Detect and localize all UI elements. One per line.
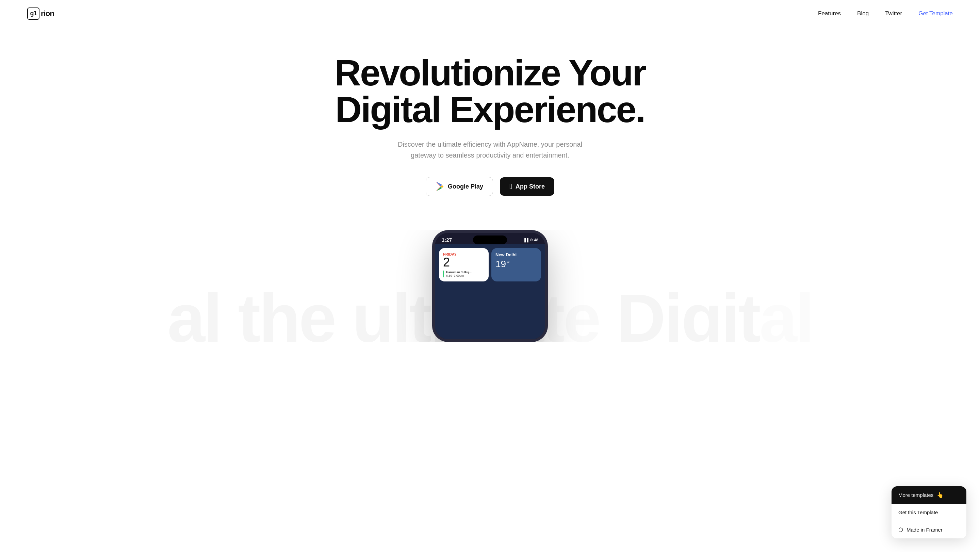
get-this-template-button[interactable]: Get this Template — [891, 504, 966, 521]
floating-panel: More templates 👆 Get this Template ⬡ Mad… — [891, 486, 966, 538]
weather-temp: 19° — [495, 259, 537, 270]
calendar-date: 2 — [443, 256, 485, 269]
more-templates-button[interactable]: More templates 👆 — [891, 486, 966, 504]
google-play-label: Google Play — [448, 183, 483, 190]
weather-city: New Delhi — [495, 252, 537, 257]
google-play-icon — [436, 182, 444, 191]
phone-screen: FRIDAY 2 Hanuman Ji Puj... 6:30–7:00pm N… — [435, 244, 545, 339]
phone-notch — [473, 235, 507, 244]
logo[interactable]: g1 rion — [27, 8, 54, 20]
made-in-framer-button[interactable]: ⬡ Made in Framer — [891, 521, 966, 538]
nav-link-twitter[interactable]: Twitter — [885, 10, 902, 17]
made-in-framer-label: Made in Framer — [907, 527, 943, 533]
phone-status-bar: 1:27 ▐▐ ⊙ 48 — [435, 233, 545, 244]
logo-text: rion — [41, 9, 54, 18]
hero-title: Revolutionize Your Digital Experience. — [334, 54, 646, 128]
cta-buttons: Google Play  App Store — [426, 177, 554, 196]
hero-subtitle: Discover the ultimate efficiency with Ap… — [395, 139, 585, 161]
widget-row-1: FRIDAY 2 Hanuman Ji Puj... 6:30–7:00pm N… — [439, 248, 541, 282]
nav-link-features[interactable]: Features — [818, 10, 841, 17]
more-templates-label: More templates — [898, 492, 933, 498]
framer-icon: ⬡ — [898, 527, 903, 533]
nav-cta-button[interactable]: Get Template — [918, 10, 953, 17]
get-this-template-label: Get this Template — [898, 509, 938, 515]
phone-mockup: 1:27 ▐▐ ⊙ 48 FRIDAY 2 Hanuman Ji Puj... … — [432, 230, 548, 342]
more-templates-emoji: 👆 — [937, 492, 943, 498]
app-store-button[interactable]:  App Store — [500, 177, 554, 196]
phone-status-icons: ▐▐ ⊙ 48 — [523, 237, 538, 242]
widget-calendar: FRIDAY 2 Hanuman Ji Puj... 6:30–7:00pm — [439, 248, 488, 282]
hero-section: Revolutionize Your Digital Experience. D… — [0, 27, 980, 216]
nav-link-blog[interactable]: Blog — [857, 10, 869, 17]
calendar-event: Hanuman Ji Puj... 6:30–7:00pm — [443, 270, 485, 277]
nav-links: Features Blog Twitter Get Template — [818, 10, 953, 17]
phone-time: 1:27 — [442, 237, 452, 243]
widget-weather: New Delhi 19° — [492, 248, 541, 282]
apple-icon:  — [509, 182, 512, 191]
logo-box: g1 — [27, 8, 40, 20]
google-play-button[interactable]: Google Play — [426, 177, 493, 196]
phone-section: al the ultimate Digital 1:27 ▐▐ ⊙ 48 FRI… — [0, 230, 980, 342]
logo-box-text: g1 — [30, 10, 37, 17]
navbar: g1 rion Features Blog Twitter Get Templa… — [0, 0, 980, 27]
app-store-label: App Store — [515, 183, 545, 190]
